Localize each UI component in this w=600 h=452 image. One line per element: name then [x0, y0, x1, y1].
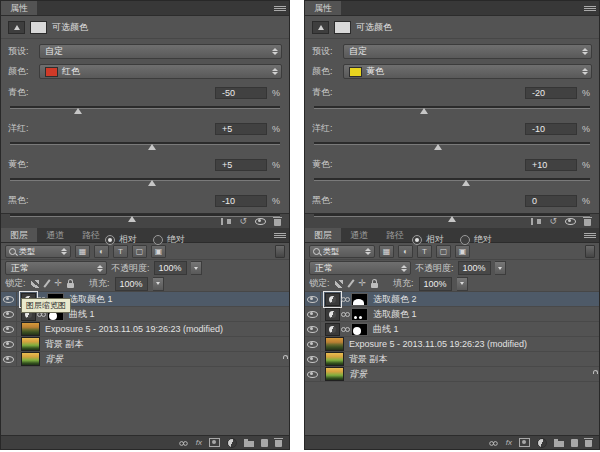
link-layers-icon[interactable]	[179, 440, 188, 446]
layer-thumbnail[interactable]	[325, 352, 344, 366]
visibility-toggle[interactable]	[1, 292, 17, 306]
new-group-icon[interactable]	[554, 441, 564, 447]
yellow-slider-thumb[interactable]	[148, 180, 156, 186]
absolute-radio[interactable]: 绝对	[460, 233, 492, 246]
filter-shape-icon[interactable]: ▢	[436, 245, 451, 258]
lock-pixels-icon[interactable]	[347, 279, 354, 287]
filter-smartobject-icon[interactable]: ▣	[455, 245, 470, 258]
layer-thumbnail[interactable]	[325, 367, 344, 381]
lock-all-icon[interactable]	[371, 283, 378, 288]
filter-type-icon[interactable]: T	[417, 245, 432, 258]
mask-thumbnail[interactable]	[351, 308, 368, 321]
new-adjustment-icon[interactable]	[227, 438, 237, 448]
new-layer-icon[interactable]	[571, 439, 578, 447]
tab-properties[interactable]: 属性	[305, 1, 341, 15]
magenta-slider-thumb[interactable]	[434, 144, 442, 150]
adjustment-thumbnail[interactable]	[325, 308, 340, 321]
yellow-slider-thumb[interactable]	[462, 180, 470, 186]
layer-style-icon[interactable]: fx	[196, 439, 202, 447]
visibility-toggle[interactable]	[305, 292, 321, 306]
black-value-input[interactable]: 0	[525, 195, 577, 207]
cyan-slider-track[interactable]	[10, 106, 280, 109]
visibility-toggle[interactable]	[305, 367, 321, 381]
adjustment-thumbnail[interactable]	[325, 293, 340, 306]
opacity-spinner-icon[interactable]	[495, 261, 506, 275]
black-value-input[interactable]: -10	[215, 195, 267, 207]
layer-row-background[interactable]: 背景	[305, 367, 599, 382]
panel-menu-icon[interactable]	[274, 1, 286, 15]
filter-type-select[interactable]: 类型	[5, 245, 71, 258]
mask-thumbnail[interactable]	[351, 293, 368, 306]
lock-pixels-icon[interactable]	[43, 279, 50, 287]
layer-name[interactable]: 背景	[349, 368, 367, 381]
visibility-toggle[interactable]	[1, 322, 17, 336]
filter-type-icon[interactable]: T	[113, 245, 128, 258]
magenta-value-input[interactable]: -10	[525, 123, 577, 135]
magenta-slider-track[interactable]	[314, 142, 590, 145]
opacity-input[interactable]: 100%	[154, 261, 187, 275]
layer-name[interactable]: 选取颜色 1	[69, 293, 113, 306]
blend-mode-select[interactable]: 正常	[309, 261, 411, 275]
visibility-icon[interactable]	[255, 218, 266, 225]
add-mask-icon[interactable]	[209, 438, 220, 447]
tab-properties[interactable]: 属性	[1, 1, 37, 15]
layer-thumbnail[interactable]	[21, 322, 40, 336]
cyan-slider-track[interactable]	[314, 106, 590, 109]
filter-shape-icon[interactable]: ▢	[132, 245, 147, 258]
filter-toggle-icon[interactable]	[275, 245, 285, 258]
yellow-slider-track[interactable]	[314, 178, 590, 181]
delete-layer-icon[interactable]	[585, 440, 592, 447]
layer-row-selective-color-1[interactable]: 选取颜色 1	[305, 307, 599, 322]
clip-to-layer-icon[interactable]	[221, 218, 231, 225]
visibility-toggle[interactable]	[1, 307, 17, 321]
layer-row-exposure[interactable]: Exposure 5 - 2013.11.05 19:26:23 (modifi…	[1, 322, 289, 337]
filter-pixel-icon[interactable]: ▦	[75, 245, 90, 258]
yellow-value-input[interactable]: +5	[215, 159, 267, 171]
layer-name[interactable]: Exposure 5 - 2013.11.05 19:26:23 (modifi…	[45, 324, 223, 334]
layer-name[interactable]: 曲线 1	[69, 308, 95, 321]
layer-style-icon[interactable]: fx	[506, 439, 512, 447]
layer-row-background-copy[interactable]: 背景 副本	[305, 352, 599, 367]
magenta-slider-track[interactable]	[10, 142, 280, 145]
delete-adjustment-icon[interactable]	[584, 219, 591, 226]
relative-radio[interactable]: 相对	[105, 233, 137, 246]
cyan-value-input[interactable]: -20	[525, 87, 577, 99]
layer-name[interactable]: 选取颜色 1	[373, 308, 417, 321]
black-slider-thumb[interactable]	[128, 216, 136, 222]
layer-row-background-copy[interactable]: 背景 副本	[1, 337, 289, 352]
opacity-input[interactable]: 100%	[458, 261, 491, 275]
fill-input[interactable]: 100%	[115, 277, 148, 291]
new-adjustment-icon[interactable]	[537, 438, 547, 448]
layer-name[interactable]: Exposure 5 - 2013.11.05 19:26:23 (modifi…	[349, 339, 527, 349]
link-layers-icon[interactable]	[489, 440, 498, 446]
blend-mode-select[interactable]: 正常	[5, 261, 107, 275]
lock-transparency-icon[interactable]	[31, 280, 39, 288]
filter-smartobject-icon[interactable]: ▣	[151, 245, 166, 258]
color-select[interactable]: 黄色	[343, 64, 592, 79]
visibility-toggle[interactable]	[305, 352, 321, 366]
layer-name[interactable]: 背景 副本	[45, 338, 84, 351]
black-slider-track[interactable]	[314, 214, 590, 217]
cyan-value-input[interactable]: -50	[215, 87, 267, 99]
black-slider-thumb[interactable]	[448, 216, 456, 222]
lock-all-icon[interactable]	[67, 283, 74, 288]
magenta-slider-thumb[interactable]	[148, 144, 156, 150]
mask-badge-icon[interactable]	[30, 21, 47, 34]
layer-thumbnail[interactable]	[21, 352, 40, 366]
visibility-toggle[interactable]	[305, 307, 321, 321]
layer-row-background[interactable]: 背景	[1, 352, 289, 367]
lock-position-icon[interactable]: ✛	[55, 279, 63, 288]
filter-type-select[interactable]: 类型	[309, 245, 375, 258]
visibility-toggle[interactable]	[305, 337, 321, 351]
layer-name[interactable]: 背景	[45, 353, 63, 366]
new-group-icon[interactable]	[244, 441, 254, 447]
preset-select[interactable]: 自定	[39, 44, 282, 59]
layer-row-selective-color-2[interactable]: 选取颜色 2	[305, 292, 599, 307]
yellow-slider-track[interactable]	[10, 178, 280, 181]
mask-thumbnail[interactable]	[351, 323, 368, 336]
visibility-toggle[interactable]	[305, 322, 321, 336]
absolute-radio[interactable]: 绝对	[153, 233, 185, 246]
preset-select[interactable]: 自定	[343, 44, 592, 59]
layer-thumbnail[interactable]	[21, 337, 40, 351]
layer-row-curves-1[interactable]: 曲线 1	[305, 322, 599, 337]
